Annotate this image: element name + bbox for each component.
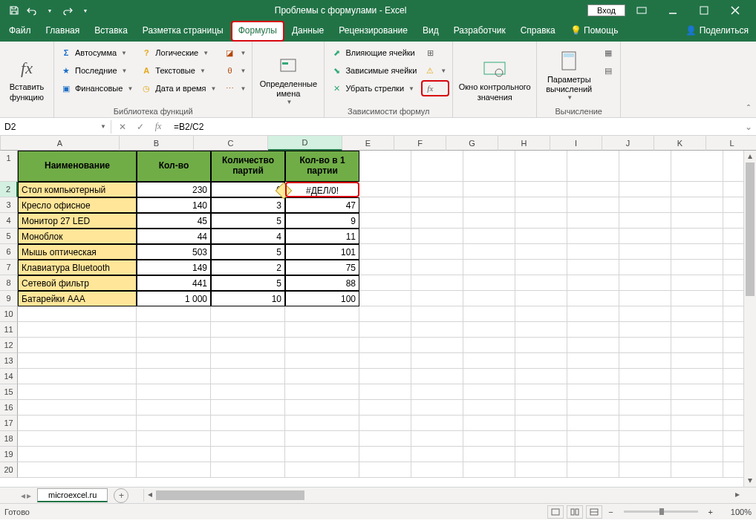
cell[interactable] [619, 353, 671, 369]
zoom-out-icon[interactable]: − [605, 508, 616, 516]
row-header[interactable]: 1 [0, 151, 18, 182]
scroll-thumb[interactable] [746, 162, 755, 296]
cell[interactable] [18, 431, 137, 447]
cell[interactable] [619, 322, 671, 338]
cell[interactable] [411, 291, 463, 306]
cell[interactable]: 1 000 [137, 291, 211, 306]
cell[interactable] [411, 400, 463, 416]
cell[interactable] [463, 369, 515, 384]
cell[interactable] [671, 384, 723, 400]
cell[interactable] [463, 244, 515, 260]
cell[interactable] [359, 338, 411, 353]
cell[interactable] [671, 431, 723, 447]
cell[interactable] [515, 197, 567, 213]
row-header[interactable]: 4 [0, 213, 18, 229]
tab-formulas[interactable]: Формулы [231, 21, 284, 42]
normal-view-icon[interactable] [547, 505, 564, 519]
cell[interactable] [567, 416, 619, 431]
row-header[interactable]: 17 [0, 416, 18, 431]
cell[interactable] [411, 353, 463, 369]
cell[interactable] [515, 275, 567, 291]
remove-arrows-button[interactable]: ✕Убрать стрелки▼ [328, 80, 420, 96]
cell[interactable] [211, 447, 285, 462]
logical-button[interactable]: ?Логические▼ [137, 45, 219, 61]
undo-icon[interactable] [24, 2, 40, 19]
column-header[interactable]: C [194, 136, 268, 151]
cell[interactable] [137, 431, 211, 447]
cell[interactable] [359, 306, 411, 322]
tab-data[interactable]: Данные [284, 21, 331, 42]
cell[interactable] [463, 151, 515, 182]
row-header[interactable]: 11 [0, 322, 18, 338]
cell[interactable] [567, 322, 619, 338]
cell[interactable] [463, 182, 515, 197]
cell[interactable] [671, 151, 723, 182]
page-layout-view-icon[interactable] [567, 505, 583, 519]
row-header[interactable]: 15 [0, 384, 18, 400]
cell[interactable] [359, 244, 411, 260]
cell[interactable]: Стол компьютерный [18, 182, 137, 197]
cell[interactable] [137, 306, 211, 322]
cell[interactable] [463, 291, 515, 306]
row-header[interactable]: 8 [0, 275, 18, 291]
cell[interactable]: Кол-во в 1 партии [285, 151, 359, 182]
tab-insert[interactable]: Вставка [87, 21, 135, 42]
recent-button[interactable]: ★Последние▼ [57, 62, 136, 79]
cell[interactable] [137, 416, 211, 431]
cells-container[interactable]: НаименованиеКол-воКоличество партийКол-в… [18, 151, 756, 478]
cell[interactable] [463, 229, 515, 244]
cell[interactable] [285, 338, 359, 353]
cell[interactable] [515, 151, 567, 182]
cell[interactable] [619, 260, 671, 275]
row-header[interactable]: 9 [0, 291, 18, 306]
cell[interactable] [359, 182, 411, 197]
cell[interactable] [515, 229, 567, 244]
column-header[interactable]: L [706, 136, 756, 151]
cell[interactable] [285, 322, 359, 338]
cell[interactable] [671, 197, 723, 213]
cell[interactable]: #ДЕЛ/0! [285, 182, 359, 197]
cell[interactable] [619, 197, 671, 213]
cell[interactable] [515, 462, 567, 478]
cell[interactable]: 47 [285, 197, 359, 213]
cell[interactable] [515, 431, 567, 447]
scroll-right-icon[interactable]: ▸ [731, 489, 743, 502]
cell[interactable] [567, 306, 619, 322]
cell[interactable] [18, 322, 137, 338]
cell[interactable]: 5 [211, 244, 285, 260]
cell[interactable]: Батарейки AAA [18, 291, 137, 306]
trace-precedents-button[interactable]: ⬈Влияющие ячейки [328, 45, 420, 61]
tab-review[interactable]: Рецензирование [331, 21, 415, 42]
cell[interactable] [515, 416, 567, 431]
cell[interactable] [463, 260, 515, 275]
row-header[interactable]: 3 [0, 197, 18, 213]
scroll-up-icon[interactable]: ▴ [744, 151, 756, 162]
cell[interactable] [411, 275, 463, 291]
cell[interactable] [359, 384, 411, 400]
cell[interactable] [411, 151, 463, 182]
cell[interactable]: 45 [137, 213, 211, 229]
vertical-scrollbar[interactable]: ▴ ▾ [743, 151, 756, 487]
cell[interactable] [285, 416, 359, 431]
cell[interactable] [411, 182, 463, 197]
cell[interactable] [411, 369, 463, 384]
datetime-button[interactable]: ◷Дата и время▼ [137, 80, 219, 96]
row-header[interactable]: 13 [0, 353, 18, 369]
zoom-level[interactable]: 100% [719, 508, 752, 516]
cell[interactable] [359, 447, 411, 462]
zoom-slider[interactable] [624, 510, 698, 513]
cell[interactable] [18, 416, 137, 431]
cell[interactable] [567, 353, 619, 369]
cell[interactable]: 2 [211, 260, 285, 275]
cell[interactable]: Количество партий [211, 151, 285, 182]
tab-developer[interactable]: Разработчик [446, 21, 513, 42]
cell[interactable] [211, 416, 285, 431]
column-header[interactable]: I [550, 136, 602, 151]
cell[interactable] [671, 213, 723, 229]
formula-input[interactable] [169, 120, 741, 134]
cell[interactable] [18, 384, 137, 400]
cancel-formula-icon[interactable]: ✕ [114, 119, 131, 135]
login-button[interactable]: Вход [587, 4, 625, 16]
cell[interactable] [18, 353, 137, 369]
cell[interactable] [671, 462, 723, 478]
